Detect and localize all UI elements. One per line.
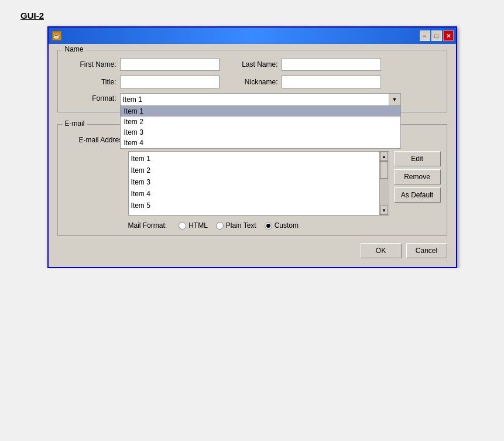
nickname-input[interactable] [282, 76, 381, 88]
format-dropdown-display[interactable]: Item 1 ▼ [120, 93, 401, 106]
dropdown-item-3[interactable]: Item 3 [121, 127, 400, 138]
radio-plain-label: Plain Text [226, 221, 256, 230]
radio-custom-circle [265, 222, 272, 230]
name-group-legend: Name [63, 45, 86, 53]
format-dropdown-list: Item 1 Item 2 Item 3 Item 4 [120, 106, 401, 149]
format-dropdown[interactable]: Item 1 ▼ Item 1 Item 2 Item 3 Item 4 [120, 93, 401, 106]
edit-button[interactable]: Edit [394, 151, 441, 166]
title-input[interactable] [120, 76, 220, 88]
radio-html-circle [179, 222, 186, 230]
dropdown-arrow-icon: ▼ [389, 94, 400, 105]
minimize-button[interactable]: – [420, 30, 430, 41]
radio-custom-label: Custom [275, 221, 299, 230]
list-item[interactable]: Item 5 [131, 200, 386, 211]
scrollbar-thumb [380, 161, 388, 179]
first-name-label: First Name: [64, 60, 116, 69]
last-name-label: Last Name: [231, 60, 278, 69]
mail-format-label: Mail Format: [128, 221, 167, 230]
scroll-up-arrow[interactable]: ▲ [380, 152, 388, 161]
dropdown-item-1[interactable]: Item 1 [121, 106, 400, 117]
list-item[interactable]: Item 2 [131, 165, 386, 176]
scrollbar-track[interactable] [380, 161, 388, 206]
radio-html[interactable]: HTML [179, 221, 208, 230]
nickname-label: Nickname: [231, 78, 278, 86]
remove-button[interactable]: Remove [394, 169, 441, 184]
dialog-window: ☕ – □ ✕ Name First Name: Last Name: [47, 26, 457, 268]
radio-plain-circle [216, 222, 224, 230]
first-name-input[interactable] [120, 58, 220, 71]
dropdown-item-2[interactable]: Item 2 [121, 117, 400, 127]
email-list[interactable]: Item 1 Item 2 Item 3 Item 4 Item 5 ▲ ▼ [128, 151, 389, 216]
ok-button[interactable]: OK [361, 243, 402, 258]
name-group: Name First Name: Last Name: Title: Nickn… [57, 50, 447, 112]
cancel-button[interactable]: Cancel [406, 243, 447, 258]
email-group-legend: E-mail [63, 119, 87, 128]
radio-plain-text[interactable]: Plain Text [216, 221, 256, 230]
list-item[interactable]: Item 3 [131, 176, 386, 188]
close-button[interactable]: ✕ [443, 30, 454, 41]
list-item[interactable]: Item 1 [131, 153, 386, 165]
titlebar: ☕ – □ ✕ [49, 28, 456, 44]
format-label: Format: [64, 94, 116, 102]
scrollbar[interactable]: ▲ ▼ [379, 152, 389, 215]
list-item[interactable]: Item 4 [131, 188, 386, 200]
radio-custom-dot [266, 224, 270, 228]
title-label: Title: [64, 78, 116, 86]
radio-custom[interactable]: Custom [265, 221, 299, 230]
restore-button[interactable]: □ [431, 30, 442, 41]
radio-html-label: HTML [188, 221, 208, 230]
last-name-input[interactable] [282, 58, 381, 71]
dropdown-item-4[interactable]: Item 4 [121, 138, 400, 148]
email-address-label: E-mail Address: [64, 136, 128, 144]
as-default-button[interactable]: As Default [394, 187, 441, 203]
page-title: GUI-2 [0, 0, 504, 26]
app-icon: ☕ [52, 31, 61, 40]
scroll-down-arrow[interactable]: ▼ [380, 206, 388, 215]
